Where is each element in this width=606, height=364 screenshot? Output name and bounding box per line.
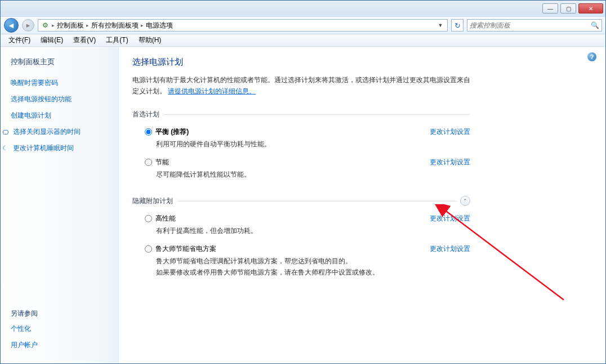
divider [177, 201, 457, 201]
nav-forward-button[interactable]: ► [22, 19, 34, 32]
menu-view[interactable]: 查看(V) [69, 34, 100, 46]
change-plan-settings-link[interactable]: 更改计划设置 [430, 214, 470, 223]
address-bar: ◄ ► ⚙ ▸ 控制面板▸ 所有控制面板项▸ 电源选项 ▼ ↻ 🔍 [1, 16, 605, 34]
address-dropdown-button[interactable]: ▼ [436, 23, 445, 28]
plan-row-balanced: 平衡 (推荐) 利用可用的硬件自动平衡功耗与性能。 更改计划设置 [132, 125, 470, 155]
menu-help[interactable]: 帮助(H) [134, 34, 166, 46]
moon-icon: ☾ [1, 144, 10, 153]
plan-name[interactable]: 节能 [155, 158, 169, 167]
plan-radio-high-performance[interactable] [145, 215, 152, 222]
menu-tools[interactable]: 工具(T) [101, 34, 132, 46]
crumb-chevron[interactable]: ▸ [52, 23, 55, 28]
breadcrumb-item[interactable]: 控制面板▸ [57, 21, 89, 30]
section-preferred-plans: 首选计划 平衡 (推荐) 利用可用的硬件自动平衡功耗与性能。 更改计划设置 [132, 110, 470, 186]
plan-radio-ludashi[interactable] [145, 245, 152, 253]
help-button[interactable]: ? [587, 52, 596, 61]
divider [164, 114, 470, 115]
section-additional-plans: 隐藏附加计划 ⌃ 高性能 有利于提高性能，但会增加功耗。 更改计划设置 [132, 196, 470, 284]
change-plan-settings-link[interactable]: 更改计划设置 [430, 127, 470, 137]
control-panel-icon: ⚙ [41, 21, 50, 30]
sidebar-link-wake-password[interactable]: 唤醒时需要密码 [11, 78, 112, 88]
refresh-icon: ↻ [454, 21, 461, 30]
breadcrumb-bar[interactable]: ⚙ ▸ 控制面板▸ 所有控制面板项▸ 电源选项 ▼ [38, 19, 448, 32]
plan-name[interactable]: 鲁大师节能省电方案 [155, 244, 216, 254]
titlebar: — ▢ ✕ [1, 1, 605, 16]
breadcrumb-item[interactable]: 电源选项 [146, 21, 173, 30]
arrow-left-icon: ◄ [7, 21, 15, 30]
page-title: 选择电源计划 [132, 57, 593, 68]
search-input[interactable] [470, 21, 591, 29]
search-box[interactable]: 🔍 [467, 19, 602, 32]
page-description: 电源计划有助于最大化计算机的性能或者节能。通过选择计划来将其激活，或选择计划并通… [132, 74, 470, 97]
close-button[interactable]: ✕ [578, 3, 603, 14]
sidebar-link-create-plan[interactable]: 创建电源计划 [11, 111, 112, 120]
plan-row-saver: 节能 尽可能降低计算机性能以节能。 更改计划设置 [132, 155, 470, 186]
sidebar: 控制面板主页 唤醒时需要密码 选择电源按钮的功能 创建电源计划 🖵选择关闭显示器… [1, 47, 119, 363]
monitor-icon: 🖵 [1, 128, 10, 137]
nav-back-button[interactable]: ◄ [4, 18, 19, 33]
sidebar-link-sleep-time[interactable]: ☾更改计算机睡眠时间 [1, 143, 112, 153]
minimize-button[interactable]: — [542, 3, 558, 14]
breadcrumb-item[interactable]: 所有控制面板项▸ [91, 21, 144, 30]
plan-desc: 利用可用的硬件自动平衡功耗与性能。 [156, 139, 393, 150]
collapse-toggle-button[interactable]: ⌃ [460, 196, 470, 206]
plan-row-high-performance: 高性能 有利于提高性能，但会增加功耗。 更改计划设置 [132, 212, 470, 242]
refresh-button[interactable]: ↻ [451, 19, 464, 32]
see-also-user-accounts[interactable]: 用户帐户 [11, 340, 112, 350]
plan-radio-saver[interactable] [145, 159, 152, 166]
arrow-right-icon: ► [25, 22, 32, 29]
plan-desc: 尽可能降低计算机性能以节能。 [156, 169, 393, 180]
see-also-heading: 另请参阅 [11, 309, 112, 318]
main-content: ? 选择电源计划 电源计划有助于最大化计算机的性能或者节能。通过选择计划来将其激… [119, 47, 605, 363]
search-icon[interactable]: 🔍 [591, 21, 599, 29]
menu-file[interactable]: 文件(F) [4, 34, 35, 46]
menu-edit[interactable]: 编辑(E) [36, 34, 68, 46]
plan-name[interactable]: 高性能 [155, 214, 176, 223]
plan-desc: 鲁大师节能省电合理调配计算机电源方案，帮您达到省电的目的。 如果要修改或者停用鲁… [156, 256, 393, 277]
maximize-button[interactable]: ▢ [560, 3, 576, 14]
plan-name[interactable]: 平衡 (推荐) [155, 127, 189, 137]
window-frame: — ▢ ✕ ◄ ► ⚙ ▸ 控制面板▸ 所有控制面板项▸ 电源选项 ▼ ↻ 🔍 … [0, 0, 606, 364]
see-also-personalization[interactable]: 个性化 [11, 324, 112, 334]
body-area: 控制面板主页 唤醒时需要密码 选择电源按钮的功能 创建电源计划 🖵选择关闭显示器… [1, 47, 605, 363]
sidebar-link-display-off[interactable]: 🖵选择关闭显示器的时间 [1, 127, 112, 137]
sidebar-home-link[interactable]: 控制面板主页 [11, 57, 112, 67]
section-title: 隐藏附加计划 [132, 196, 173, 206]
plan-desc: 有利于提高性能，但会增加功耗。 [156, 226, 393, 236]
section-title: 首选计划 [132, 110, 159, 119]
plan-row-ludashi: 鲁大师节能省电方案 鲁大师节能省电合理调配计算机电源方案，帮您达到省电的目的。 … [132, 242, 470, 283]
plan-details-link[interactable]: 请提供电源计划的详细信息。 [168, 87, 256, 95]
menu-bar: 文件(F) 编辑(E) 查看(V) 工具(T) 帮助(H) [1, 34, 605, 47]
change-plan-settings-link[interactable]: 更改计划设置 [430, 244, 470, 254]
change-plan-settings-link[interactable]: 更改计划设置 [430, 158, 470, 167]
chevron-up-icon: ⌃ [463, 198, 467, 204]
sidebar-link-power-button[interactable]: 选择电源按钮的功能 [11, 95, 112, 104]
plan-radio-balanced[interactable] [145, 128, 152, 136]
